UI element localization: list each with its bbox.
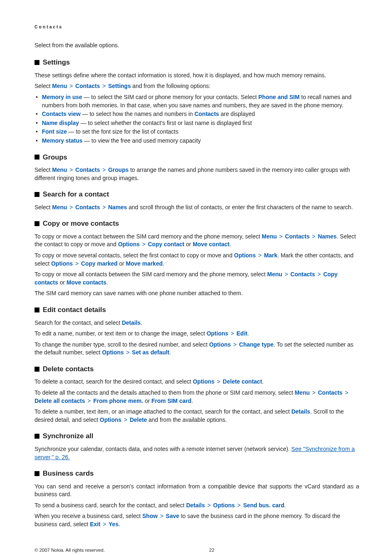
settings-option-list: Memory in use — to select the SIM card o… (35, 93, 359, 145)
square-bullet-icon (35, 192, 39, 197)
edit-p1: Search for the contact, and select Detai… (35, 319, 359, 327)
section-heading-search: Search for a contact (35, 190, 359, 199)
sync-text: Synchronize your calendar, contacts data… (35, 445, 359, 461)
list-item: Memory status — to view the free and use… (35, 137, 359, 145)
page-header: Contacts (35, 24, 359, 30)
edit-p2: To edit a name, number, or text item or … (35, 330, 359, 338)
heading-label: Settings (43, 58, 70, 67)
settings-path: Select Menu > Contacts > Settings and fr… (35, 82, 359, 90)
heading-label: Edit contact details (43, 305, 106, 315)
delete-p1: To delete a contact, search for the desi… (35, 378, 359, 386)
heading-label: Synchronize all (43, 431, 93, 441)
heading-label: Delete contacts (43, 364, 94, 374)
page-number: 22 (197, 547, 359, 553)
heading-label: Copy or move contacts (43, 219, 119, 229)
section-heading-biz: Business cards (35, 469, 359, 479)
list-item: Name display — to select whether the con… (35, 119, 359, 127)
square-bullet-icon (35, 308, 39, 312)
edit-p3: To change the number type, scroll to the… (35, 341, 359, 357)
copy-p1: To copy or move a contact between the SI… (35, 233, 359, 249)
section-heading-delete: Delete contacts (35, 364, 359, 374)
page-footer: © 2007 Nokia. All rights reserved. 22 (35, 547, 359, 553)
section-heading-settings: Settings (35, 58, 359, 67)
list-item: Contacts view — to select how the names … (35, 110, 359, 118)
settings-desc: These settings define where the contact … (35, 72, 359, 80)
heading-label: Search for a contact (43, 190, 109, 199)
square-bullet-icon (35, 221, 39, 226)
copyright-text: © 2007 Nokia. All rights reserved. (35, 547, 197, 553)
biz-p3: When you receive a business card, select… (35, 512, 359, 528)
square-bullet-icon (35, 471, 39, 476)
heading-label: Business cards (43, 469, 94, 479)
groups-text: Select Menu > Contacts > Groups to arran… (35, 166, 359, 182)
square-bullet-icon (35, 155, 39, 160)
square-bullet-icon (35, 60, 39, 65)
section-heading-sync: Synchronize all (35, 431, 359, 441)
list-item: Font size — to set the font size for the… (35, 128, 359, 136)
intro-text: Select from the available options. (35, 42, 359, 50)
section-heading-groups: Groups (35, 153, 359, 162)
biz-p1: You can send and receive a person's cont… (35, 483, 359, 499)
biz-p2: To send a business card, search for the … (35, 502, 359, 510)
square-bullet-icon (35, 367, 39, 372)
section-heading-copy: Copy or move contacts (35, 219, 359, 229)
heading-label: Groups (43, 153, 67, 162)
copy-p4: The SIM card memory can save names with … (35, 289, 359, 298)
list-item: Memory in use — to select the SIM card o… (35, 93, 359, 109)
copy-p3: To copy or move all contacts between the… (35, 271, 359, 287)
section-heading-edit: Edit contact details (35, 305, 359, 315)
delete-p3: To delete a number, text item, or an ima… (35, 408, 359, 424)
copy-p2: To copy or move several contacts, select… (35, 252, 359, 268)
square-bullet-icon (35, 434, 39, 439)
search-text: Select Menu > Contacts > Names and scrol… (35, 204, 359, 212)
delete-p2: To delete all the contacts and the detai… (35, 389, 359, 405)
